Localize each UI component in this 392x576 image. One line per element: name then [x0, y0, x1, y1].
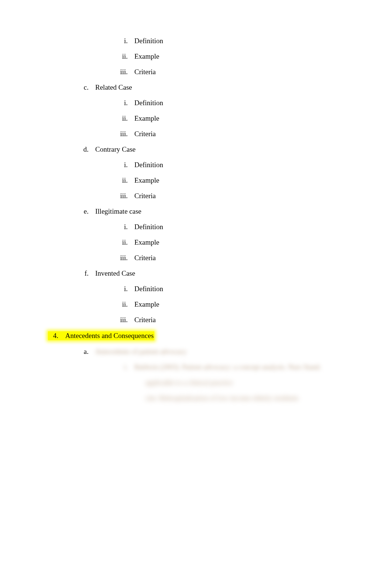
roman-sublist-e: i. Definition ii. Example iii. Criteria: [48, 223, 392, 262]
roman-sublist-a-blurred: i. Baldwin (2003). Patient advocacy: a c…: [48, 363, 392, 371]
list-item: i. Definition: [86, 37, 392, 45]
roman-text: Criteria: [134, 130, 392, 138]
letter-text: Illegitimate case: [95, 207, 392, 215]
list-item: c. Related Case: [67, 83, 392, 92]
roman-marker: i.: [86, 99, 134, 107]
letter-section-f: f. Invented Case: [48, 269, 392, 277]
list-item: ii. Example: [86, 176, 392, 184]
list-item: d. Contrary Case: [67, 145, 392, 154]
blurred-text: applicable to a clinical practice: [48, 379, 392, 387]
list-item: ii. Example: [86, 238, 392, 246]
document-outline: i. Definition ii. Example iii. Criteria …: [0, 37, 392, 402]
list-item: ii. Example: [86, 114, 392, 123]
letter-text: Related Case: [95, 83, 392, 92]
letter-marker: f.: [67, 269, 95, 277]
roman-text: Criteria: [134, 254, 392, 262]
letter-text: Invented Case: [95, 269, 392, 277]
roman-text: Example: [134, 52, 392, 61]
roman-marker: i.: [86, 223, 134, 231]
roman-marker: ii.: [86, 300, 134, 308]
number-text: Antecedents and Consequences: [60, 332, 154, 340]
letter-section-a: a. Antecedents of patient advocacy: [48, 348, 392, 356]
roman-sublist-initial: i. Definition ii. Example iii. Criteria: [48, 37, 392, 76]
roman-text: Example: [134, 238, 392, 246]
roman-marker: iii.: [86, 254, 134, 262]
list-item: i. Baldwin (2003). Patient advocacy: a c…: [86, 363, 392, 371]
roman-text: Example: [134, 300, 392, 308]
roman-marker: ii.: [86, 176, 134, 184]
roman-marker: i.: [86, 161, 134, 169]
numbered-section-4: 4. Antecedents and Consequences: [48, 331, 392, 340]
blurred-heading: Antecedents of patient advocacy: [95, 348, 392, 356]
letter-section-d: d. Contrary Case: [48, 145, 392, 154]
list-item: i. Definition: [86, 99, 392, 107]
roman-text: Definition: [134, 99, 392, 107]
roman-marker: iii.: [86, 68, 134, 76]
list-item: ii. Example: [86, 52, 392, 61]
list-item: iii. Criteria: [86, 254, 392, 262]
roman-text: Criteria: [134, 192, 392, 200]
roman-text: Criteria: [134, 316, 392, 324]
letter-marker: a.: [67, 348, 95, 356]
roman-marker: ii.: [86, 52, 134, 61]
letter-section-c: c. Related Case: [48, 83, 392, 92]
list-item: i. Definition: [86, 285, 392, 293]
list-item: iii. Criteria: [86, 68, 392, 76]
roman-sublist-f: i. Definition ii. Example iii. Criteria: [48, 285, 392, 324]
roman-sublist-c: i. Definition ii. Example iii. Criteria: [48, 99, 392, 138]
list-item: i. Definition: [86, 223, 392, 231]
roman-marker: i.: [86, 285, 134, 293]
roman-text: Definition: [134, 161, 392, 169]
letter-text: Contrary Case: [95, 145, 392, 154]
roman-marker: iii.: [86, 316, 134, 324]
blurred-text: Baldwin (2003). Patient advocacy: a conc…: [134, 363, 392, 371]
roman-marker: i.: [86, 363, 134, 371]
roman-marker: iii.: [86, 192, 134, 200]
list-item: f. Invented Case: [67, 269, 392, 277]
list-item: iii. Criteria: [86, 316, 392, 324]
list-item: e. Illegitimate case: [67, 207, 392, 215]
roman-text: Criteria: [134, 68, 392, 76]
highlight: 4. Antecedents and Consequences: [48, 331, 154, 340]
roman-text: Example: [134, 176, 392, 184]
roman-sublist-d: i. Definition ii. Example iii. Criteria: [48, 161, 392, 200]
roman-marker: i.: [86, 37, 134, 45]
roman-text: Definition: [134, 37, 392, 45]
roman-text: Definition: [134, 223, 392, 231]
roman-text: Example: [134, 114, 392, 123]
roman-text: Definition: [134, 285, 392, 293]
list-item: iii. Criteria: [86, 192, 392, 200]
letter-section-e: e. Illegitimate case: [48, 207, 392, 215]
number-marker: 4.: [49, 332, 58, 340]
letter-marker: e.: [67, 207, 95, 215]
letter-marker: d.: [67, 145, 95, 154]
list-item: ii. Example: [86, 300, 392, 308]
letter-marker: c.: [67, 83, 95, 92]
blurred-text: cite: Rehospitalization of low income el…: [48, 394, 392, 402]
roman-marker: ii.: [86, 114, 134, 123]
roman-marker: iii.: [86, 130, 134, 138]
list-item: iii. Criteria: [86, 130, 392, 138]
list-item: i. Definition: [86, 161, 392, 169]
roman-marker: ii.: [86, 238, 134, 246]
list-item: a. Antecedents of patient advocacy: [67, 348, 392, 356]
